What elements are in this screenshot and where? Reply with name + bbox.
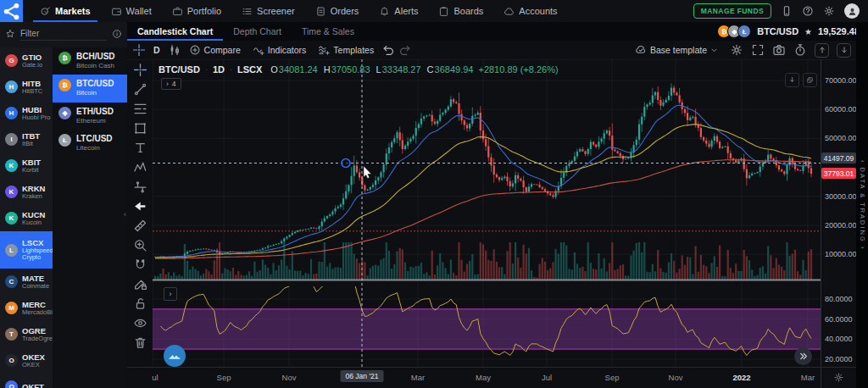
compare-button[interactable]: Compare [185,42,245,58]
chart-settings-gear-icon[interactable] [730,43,743,57]
help-icon[interactable] [802,5,814,17]
chart-brand-logo[interactable] [164,345,186,367]
exchange-item-lscx[interactable]: LLSCXLightspeed Crypto [0,231,53,269]
mobile-app-icon[interactable] [781,5,793,17]
snapshot-camera-icon[interactable] [772,43,786,57]
base-template-dropdown[interactable]: Base template [631,42,722,58]
magnet-tool-icon[interactable] [133,258,147,272]
ticker-star-icon[interactable]: ★ [804,27,812,36]
wallet-icon [111,6,122,17]
fullscreen-icon[interactable] [751,43,765,57]
redo-icon[interactable] [398,43,412,57]
tab-candlestick-chart[interactable]: Candlestick Chart [127,22,223,41]
pair-item-btc-usd[interactable]: ₿BTC/USDBitcoin [53,75,127,102]
axis-separator [821,368,821,388]
exchange-item-okft[interactable]: OOKFT [0,374,53,388]
crosshair-tool-icon[interactable] [132,43,146,57]
rsi-axis-label: 20.0000 [825,355,853,363]
manage-funds-button[interactable]: MANAGE FUNDS [693,3,771,19]
nav-item-alerts[interactable]: Alerts [369,0,428,22]
price-axis-label: 70000.00 [825,76,857,85]
trading-app: MarketsWalletPortfolioScreenerOrdersAler… [0,0,868,388]
chart-style-icon[interactable] [168,43,181,57]
forecast-tool-icon[interactable] [133,180,147,194]
app-logo-icon[interactable] [0,0,23,22]
maximize-pane-button[interactable] [803,73,817,87]
tab-depth-chart[interactable]: Depth Chart [223,22,292,41]
lock-drawings-tool-icon[interactable] [133,277,147,291]
nav-item-boards[interactable]: Boards [428,0,493,22]
boards-icon [438,6,449,17]
rsi-pane-collapse-button[interactable]: › [164,287,177,301]
time-axis[interactable]: 06 Jan '21 ulSepNovMarMayJulSepNov2022Ma… [127,367,856,388]
exchange-logo-icon: G [5,54,18,67]
crosshair-tool-icon[interactable] [133,63,147,77]
price-axis[interactable]: 41497.09 37793.01 70000.0060000.0050000.… [821,59,857,367]
remove-drawings-tool-icon[interactable] [133,335,147,350]
info-icon[interactable] [112,29,122,39]
exchange-item-krkn[interactable]: KKRKNKraken [0,179,53,205]
favorites-star-icon[interactable] [5,29,15,39]
sidebar-collapse-chevron[interactable]: ‹ [124,210,126,219]
nav-item-portfolio[interactable]: Portfolio [162,0,231,22]
time-axis-label: Nov [282,373,297,382]
exchange-item-merc[interactable]: MMERCMercadoBito [0,295,53,321]
exchange-item-gtio[interactable]: GGTIOGate.io [0,47,53,74]
hide-drawings-tool-icon[interactable] [133,316,147,330]
xabcd-pattern-tool-icon[interactable] [133,160,147,175]
pair-item-eth-usd[interactable]: ◆ETH/USDEthereum [53,103,127,130]
replay-stopwatch-icon[interactable] [793,43,807,57]
settings-gear-icon[interactable] [823,5,835,17]
unlock-tool-icon[interactable] [133,297,147,311]
more-panes-button[interactable] [794,347,812,365]
pair-item-ltc-usd[interactable]: ŁLTC/USDLitecoin [53,130,127,157]
nav-item-screener[interactable]: Screener [231,0,305,22]
exchange-item-kucn[interactable]: KKUCNKucoin [0,205,53,231]
exchange-item-ogre[interactable]: TOGRETradeOgre [0,321,53,347]
chart-area: Candlestick ChartDepth ChartTime & Sales… [127,22,868,388]
nav-item-markets[interactable]: Markets [30,0,101,22]
fib-retracement-tool-icon[interactable] [133,102,147,116]
templates-icon [318,44,330,56]
data-trading-strip[interactable]: ‹ DATA & TRADING › [856,22,868,388]
publish-up-button[interactable] [815,43,829,58]
zoom-in-tool-icon[interactable] [133,238,147,252]
indicators-icon [253,44,264,56]
axis-settings-gear-icon[interactable] [833,372,844,383]
legend-interval[interactable]: 1D [213,64,225,75]
avatar[interactable] [844,3,860,19]
exchange-item-hubi[interactable]: HHUBIHuobi Pro [0,100,53,126]
shapes-tool-icon[interactable] [133,121,147,136]
filter-input[interactable] [20,27,107,41]
templates-button[interactable]: Templates [314,42,378,58]
nav-item-orders[interactable]: Orders [305,0,370,22]
text-tool-icon[interactable] [133,141,147,155]
nav-item-accounts[interactable]: Accounts [493,0,567,22]
rsi-axis-label: 40.0000 [825,335,853,343]
candlestick-chart[interactable] [153,59,821,367]
arrow-tool-icon[interactable] [133,199,147,213]
data-trading-label: ‹ DATA & TRADING › [859,160,866,250]
download-button[interactable] [837,43,851,58]
time-axis-label: ul [152,373,158,382]
price-axis-label: 10000.00 [825,250,857,258]
pair-item-bch-usd[interactable]: ₿BCH/USDBitcoin Cash [53,47,127,75]
exchange-item-hitb[interactable]: HHITBHitBTC [0,74,53,100]
nav-item-wallet[interactable]: Wallet [101,0,162,22]
indicators-collapse-badge[interactable]: ›4 [161,78,181,90]
cloud-check-icon [635,44,647,56]
exchange-item-mate[interactable]: CMATECoinmate [0,269,53,295]
exchange-item-itbt[interactable]: IITBTItBit [0,126,53,152]
interval-button[interactable]: D [149,42,164,58]
exchange-item-okex[interactable]: OOKEXOKEX [0,347,53,374]
pair-coin-icon: ◆ [58,107,71,119]
undo-icon[interactable] [381,43,395,57]
trend-line-tool-icon[interactable] [133,82,147,97]
pane-divider [153,280,821,281]
exchange-logo-icon: K [5,186,18,198]
tab-time-sales[interactable]: Time & Sales [292,22,364,41]
scroll-to-recent-button[interactable] [785,73,799,87]
measure-tool-icon[interactable] [133,219,147,233]
exchange-item-kbit[interactable]: KKBITKorbit [0,152,53,179]
indicators-button[interactable]: Indicators [248,42,311,58]
